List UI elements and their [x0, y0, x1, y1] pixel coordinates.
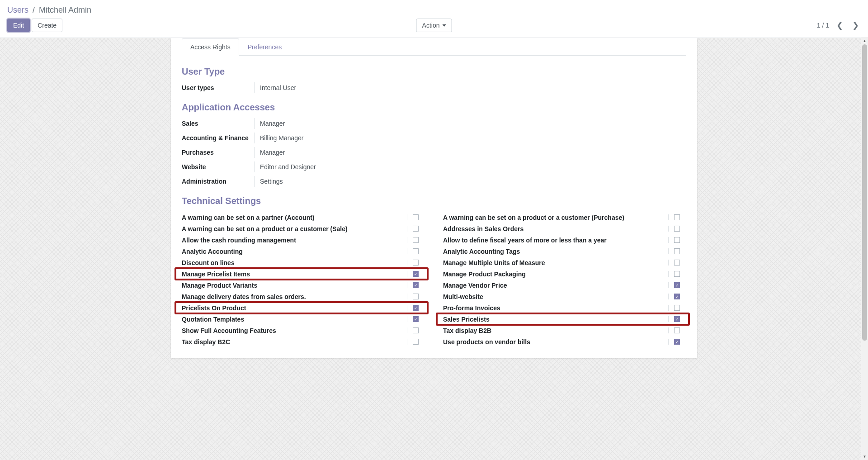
tech-setting-checkbox[interactable] [413, 226, 419, 232]
section-app-accesses: Application Accesses [182, 102, 686, 113]
create-button[interactable]: Create [32, 19, 62, 32]
tech-setting-label: Pro-forma Invoices [443, 304, 668, 312]
tech-setting-checkbox[interactable] [413, 260, 419, 266]
tech-setting-checkbox[interactable]: ✓ [674, 282, 680, 288]
pager-next[interactable]: ❯ [850, 20, 861, 30]
tech-setting-label: Manage Product Variants [182, 282, 407, 289]
tech-setting-label: Manage delivery dates from sales orders. [182, 293, 407, 300]
tech-setting-label: Use products on vendor bills [443, 338, 668, 346]
app-access-label: Sales [182, 118, 254, 129]
vertical-scrollbar[interactable]: ▲ ▼ [861, 37, 868, 460]
tech-setting-row: Quotation Templates✓ [182, 313, 425, 325]
tech-setting-row: A warning can be set on a product or a c… [443, 212, 686, 223]
tech-setting-row: Use products on vendor bills✓ [443, 336, 686, 347]
tech-setting-row: Manage delivery dates from sales orders. [182, 291, 425, 302]
user-types-value: Internal User [254, 82, 686, 93]
tech-setting-checkbox[interactable] [413, 237, 419, 243]
tech-setting-label: Tax display B2B [443, 327, 668, 334]
section-user-type: User Type [182, 66, 686, 77]
tech-setting-row: Allow the cash rounding management [182, 234, 425, 246]
scroll-up-arrow[interactable]: ▲ [861, 37, 868, 44]
app-access-value: Manager [254, 118, 686, 129]
tech-setting-row: Discount on lines [182, 257, 425, 268]
tech-setting-checkbox[interactable] [674, 327, 680, 333]
tech-setting-row: Tax display B2B [443, 325, 686, 336]
tab-preferences[interactable]: Preferences [239, 38, 290, 56]
tech-setting-label: A warning can be set on a product or a c… [182, 225, 407, 232]
tech-setting-row: Addresses in Sales Orders [443, 223, 686, 234]
pager-text: 1 / 1 [817, 22, 829, 29]
tech-setting-checkbox[interactable] [674, 260, 680, 266]
tech-setting-checkbox[interactable]: ✓ [674, 339, 680, 345]
tech-setting-checkbox[interactable]: ✓ [413, 316, 419, 322]
app-access-label: Accounting & Finance [182, 133, 254, 143]
tech-setting-row: Manage Product Packaging [443, 268, 686, 280]
tech-setting-checkbox[interactable] [674, 305, 680, 311]
tech-setting-row: Tax display B2C [182, 336, 425, 347]
tech-setting-row: Manage Vendor Price✓ [443, 280, 686, 291]
tech-setting-row: Pro-forma Invoices [443, 302, 686, 313]
tech-setting-row: Manage Product Variants✓ [182, 280, 425, 291]
tech-setting-row: A warning can be set on a product or a c… [182, 223, 425, 234]
section-technical-settings: Technical Settings [182, 196, 686, 206]
breadcrumb-users-link[interactable]: Users [7, 5, 28, 14]
tech-setting-label: Tax display B2C [182, 338, 407, 346]
tech-setting-checkbox[interactable]: ✓ [674, 316, 680, 322]
tech-setting-row: Analytic Accounting Tags [443, 246, 686, 257]
breadcrumb-separator: / [33, 5, 35, 14]
tech-setting-row: Multi-website✓ [443, 291, 686, 302]
tech-setting-row: Pricelists On Product✓ [182, 302, 425, 313]
tech-setting-row: Allow to define fiscal years of more or … [443, 234, 686, 246]
form-sheet: Access Rights Preferences User Type User… [171, 38, 697, 358]
tab-access-rights[interactable]: Access Rights [182, 38, 239, 56]
tech-setting-checkbox[interactable]: ✓ [413, 305, 419, 311]
app-access-label: Purchases [182, 147, 254, 158]
tech-setting-label: Analytic Accounting Tags [443, 248, 668, 255]
tech-setting-checkbox[interactable]: ✓ [413, 282, 419, 288]
tech-setting-checkbox[interactable] [674, 271, 680, 277]
tech-setting-checkbox[interactable]: ✓ [674, 294, 680, 299]
tech-setting-checkbox[interactable] [413, 214, 419, 220]
tech-setting-row: A warning can be set on a partner (Accou… [182, 212, 425, 223]
app-access-value: Billing Manager [254, 133, 686, 143]
app-access-value: Editor and Designer [254, 161, 686, 172]
tech-setting-label: Manage Product Packaging [443, 270, 668, 278]
tech-setting-label: Multi-website [443, 293, 668, 300]
tech-setting-checkbox[interactable] [413, 294, 419, 299]
breadcrumb: Users / Mitchell Admin [7, 0, 861, 19]
tech-setting-checkbox[interactable] [674, 248, 680, 254]
tech-setting-checkbox[interactable]: ✓ [413, 271, 419, 277]
scroll-down-arrow[interactable]: ▼ [861, 453, 868, 460]
pager-prev[interactable]: ❮ [835, 20, 845, 30]
tech-setting-label: Allow to define fiscal years of more or … [443, 237, 668, 244]
tech-setting-checkbox[interactable] [674, 226, 680, 232]
tech-setting-label: Quotation Templates [182, 316, 407, 323]
tech-setting-row: Analytic Accounting [182, 246, 425, 257]
user-types-label: User types [182, 82, 254, 93]
tech-setting-label: Allow the cash rounding management [182, 237, 407, 244]
tech-setting-row: Manage Pricelist Items✓ [182, 268, 425, 280]
action-dropdown[interactable]: Action [416, 19, 452, 32]
tech-setting-checkbox[interactable] [413, 327, 419, 333]
tech-setting-label: Discount on lines [182, 259, 407, 266]
app-access-label: Administration [182, 176, 254, 187]
tech-setting-row: Sales Pricelists✓ [443, 313, 686, 325]
tech-setting-label: Sales Pricelists [443, 316, 668, 323]
breadcrumb-current: Mitchell Admin [39, 5, 91, 14]
app-access-label: Website [182, 161, 254, 172]
tech-setting-label: Manage Pricelist Items [182, 270, 407, 278]
tech-setting-checkbox[interactable] [413, 248, 419, 254]
tech-setting-label: Manage Multiple Units of Measure [443, 259, 668, 266]
tech-setting-label: A warning can be set on a partner (Accou… [182, 214, 407, 221]
tech-setting-checkbox[interactable] [413, 339, 419, 345]
tech-setting-label: Analytic Accounting [182, 248, 407, 255]
caret-down-icon [442, 24, 446, 27]
tech-setting-label: Pricelists On Product [182, 304, 407, 312]
scrollbar-thumb[interactable] [862, 44, 867, 341]
tech-setting-checkbox[interactable] [674, 214, 680, 220]
app-access-value: Settings [254, 176, 686, 187]
edit-button[interactable]: Edit [7, 19, 30, 32]
tech-setting-label: Addresses in Sales Orders [443, 225, 668, 232]
tech-setting-label: Show Full Accounting Features [182, 327, 407, 334]
tech-setting-checkbox[interactable] [674, 237, 680, 243]
